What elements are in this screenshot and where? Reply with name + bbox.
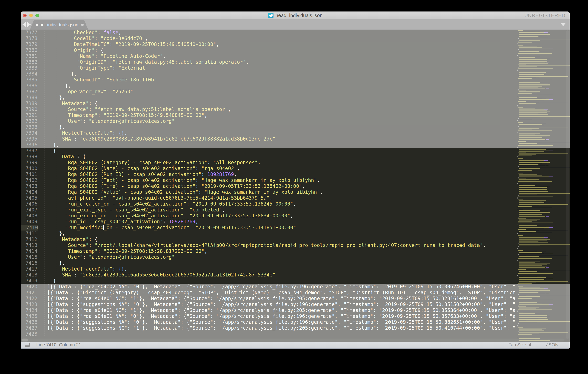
- code-line[interactable]: 7378"CodeID": "code-3e6ddc70",: [21, 35, 570, 41]
- code-line[interactable]: 7403"Rqa_S04E02 (Time) - csap_s04e02_act…: [21, 183, 570, 189]
- line-number: 7422: [21, 296, 37, 301]
- line-number: 7417: [21, 266, 37, 272]
- code-line[interactable]: 7380"Origin": {: [21, 47, 570, 53]
- line-number: 7386: [21, 83, 37, 89]
- line-number: 7426: [21, 319, 37, 325]
- code-line[interactable]: 7393},: [21, 124, 570, 130]
- code-line[interactable]: 7426[{"Data": {"suggestions_NA": "0"}, "…: [21, 319, 570, 325]
- code-line[interactable]: 7383"OriginType": "External": [21, 65, 570, 71]
- code-line[interactable]: 7400"Rqa_S04E02 (Name) - csap_s04e02_act…: [21, 165, 570, 171]
- code-line[interactable]: 7405"avf_phone_id": "avf-phone-uuid-de56…: [21, 195, 570, 201]
- code-line[interactable]: 7404"Rqa_S04E02 (Value) - csap_s04e02_ac…: [21, 189, 570, 195]
- code-line[interactable]: 7418"SHA": "2d8c33a4b239e61c6ad55e3e6c0b…: [21, 272, 570, 278]
- code-line[interactable]: 7410"run_modified_on - csap_s04e02_activ…: [21, 224, 570, 231]
- code-line[interactable]: 7412"Metadata": {: [21, 236, 570, 242]
- code-line[interactable]: 7389"Metadata": {: [21, 100, 570, 107]
- line-number: 7424: [21, 307, 37, 313]
- code-line[interactable]: 7388},: [21, 95, 570, 100]
- code-line[interactable]: 7427[{"Data": {"suggestions_NC": "1"}, "…: [21, 325, 570, 331]
- line-number: 7418: [21, 272, 37, 278]
- line-number: 7411: [21, 231, 37, 236]
- line-number: 7389: [21, 100, 37, 107]
- line-number: 7391: [21, 112, 37, 118]
- line-number: 7394: [21, 130, 37, 136]
- tab-head-individuals-json[interactable]: head_individuals.json: [34, 20, 84, 30]
- code-line[interactable]: 7414"Timestamp": "2019-09-25T08:15:28.81…: [21, 248, 570, 254]
- code-line[interactable]: 7408"run_exited_on - csap_s04e02_activat…: [21, 213, 570, 219]
- code-line[interactable]: 7413"Source": "/root/.local/share/virtua…: [21, 242, 570, 248]
- line-number: 7412: [21, 236, 37, 242]
- code-line[interactable]: 7428: [21, 331, 570, 337]
- code-line[interactable]: 7386},: [21, 83, 570, 89]
- code-line[interactable]: 7416},: [21, 260, 570, 266]
- code-line[interactable]: 7420][{"Data": {"rqa_s04e02_NA": "0"}, "…: [21, 284, 570, 290]
- horizontal-scrollbar-track[interactable]: [21, 339, 565, 342]
- line-number: 7381: [21, 53, 37, 59]
- code-line[interactable]: 7385"SchemeID": "Scheme-f86cff0b": [21, 77, 570, 83]
- tab-overflow-menu-icon[interactable]: [560, 23, 566, 26]
- code-line[interactable]: 7407"run_exit_type - csap_s04e02_activat…: [21, 207, 570, 213]
- sublime-window: WS head_individuals.json UNREGISTERED he…: [21, 11, 570, 349]
- code-line[interactable]: 7409"run_id - csap_s04e02_activation": 1…: [21, 219, 570, 224]
- syntax-label[interactable]: JSON: [546, 342, 558, 347]
- code-line[interactable]: 7392"User": "alexander@africasvoices.org…: [21, 118, 570, 124]
- code-line[interactable]: 7379"DateTimeUTC": "2019-09-25T08:15:49.…: [21, 41, 570, 47]
- code-line[interactable]: 7394"NestedTracedData": {},: [21, 130, 570, 136]
- modified-dot-icon: [81, 24, 84, 26]
- line-number: 7377: [21, 30, 37, 35]
- horizontal-scrollbar-thumb[interactable]: [21, 339, 28, 342]
- tab-label: head_individuals.json: [34, 22, 78, 27]
- code-line[interactable]: 7402"Rqa_S04E02 (Text) - csap_s04e02_act…: [21, 177, 570, 183]
- panel-switcher-icon[interactable]: [25, 343, 30, 347]
- code-line[interactable]: 7391"Timestamp": "2019-09-25T08:15:49.54…: [21, 112, 570, 118]
- code-line[interactable]: 7419}: [21, 278, 570, 284]
- code-line[interactable]: 7377"Checked": false,: [21, 30, 570, 35]
- line-number: 7382: [21, 59, 37, 65]
- tab-bar: head_individuals.json: [21, 19, 570, 30]
- line-number: 7405: [21, 195, 37, 201]
- code-line[interactable]: 7395"SHA": "ea38b09c288083817c89768941b7…: [21, 136, 570, 142]
- code-line[interactable]: 7382"OriginID": "fetch_raw_data.py:45:la…: [21, 59, 570, 65]
- minimap[interactable]: [515, 30, 570, 342]
- code-line[interactable]: 7390"Source": "fetch_raw_data.py:51:labe…: [21, 107, 570, 112]
- code-line[interactable]: 7411},: [21, 231, 570, 236]
- vertical-scrollbar[interactable]: [566, 30, 569, 339]
- code-line[interactable]: 7401"Rqa_S04E02 (Run ID) - csap_s04e02_a…: [21, 171, 570, 177]
- code-line[interactable]: 7397{: [21, 148, 570, 154]
- line-number: 7380: [21, 47, 37, 53]
- code-lines: 7377"Checked": false,7378"CodeID": "code…: [21, 30, 570, 337]
- line-number: 7416: [21, 260, 37, 266]
- unregistered-label: UNREGISTERED: [524, 11, 565, 19]
- line-number: 7409: [21, 219, 37, 224]
- code-line[interactable]: 7425[{"Data": {"rqa_s04e01_NA": "0"}, "M…: [21, 313, 570, 319]
- line-number: 7419: [21, 278, 37, 284]
- code-line[interactable]: 7406"run_created_on - csap_s04e02_activa…: [21, 201, 570, 207]
- line-number: 7383: [21, 65, 37, 71]
- code-line[interactable]: 7423[{"Data": {"suggestions_NA": "0"}, "…: [21, 301, 570, 307]
- code-line[interactable]: 7384},: [21, 71, 570, 77]
- title-bar[interactable]: WS head_individuals.json UNREGISTERED: [21, 11, 570, 19]
- line-number: 7421: [21, 290, 37, 296]
- text-caret: [103, 225, 104, 230]
- code-line[interactable]: 7415"User": "alexander@africasvoices.org…: [21, 254, 570, 260]
- line-number: 7379: [21, 41, 37, 47]
- code-line[interactable]: 7396},: [21, 142, 570, 148]
- code-line[interactable]: 7399"Rqa_S04E02 (Category) - csap_s04e02…: [21, 160, 570, 165]
- line-number: 7392: [21, 118, 37, 124]
- code-line[interactable]: 7417"NestedTracedData": {},: [21, 266, 570, 272]
- code-line[interactable]: 7424[{"Data": {"rqa_s04e01_NC": "1"}, "M…: [21, 307, 570, 313]
- line-number: 7402: [21, 177, 37, 183]
- code-line[interactable]: 7398"Data": {: [21, 154, 570, 160]
- tab-size-label[interactable]: Tab Size: 4: [509, 342, 531, 347]
- cursor-position-label[interactable]: Line 7410, Column 21: [36, 342, 81, 347]
- code-line[interactable]: 7381"Name": "Pipeline Auto-Coder",: [21, 53, 570, 59]
- code-line[interactable]: 7387"operator_raw": "25263": [21, 89, 570, 95]
- prev-tab-arrow-icon[interactable]: [22, 22, 26, 27]
- line-number: 7410: [21, 224, 38, 231]
- line-number: 7406: [21, 201, 37, 207]
- code-line[interactable]: 7422[{"Data": {"rqa_s04e01_NC": "1"}, "M…: [21, 296, 570, 301]
- line-number: 7413: [21, 242, 37, 248]
- line-number: 7427: [21, 325, 37, 331]
- editor-area[interactable]: 7377"Checked": false,7378"CodeID": "code…: [21, 30, 570, 342]
- code-line[interactable]: 7421[{"Data": {"District (Category) - cs…: [21, 290, 570, 296]
